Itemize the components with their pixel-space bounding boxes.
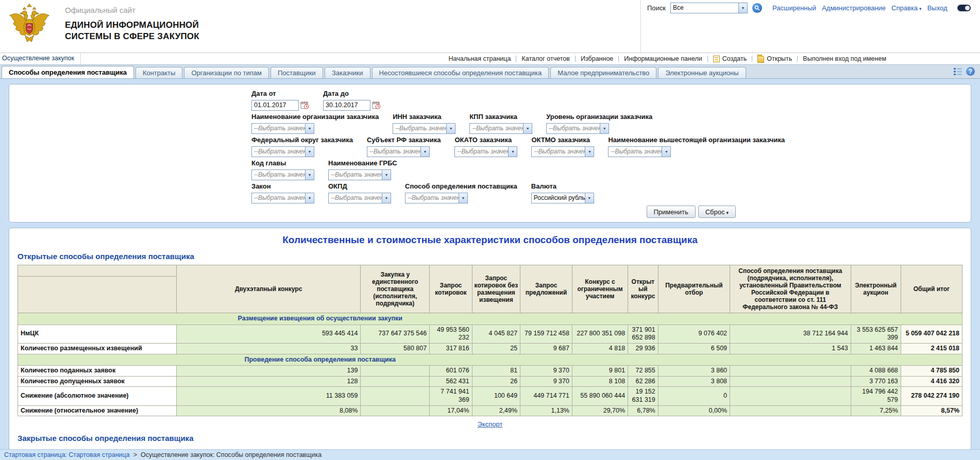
filter-select[interactable]: --Выбрать значение--▼	[469, 123, 532, 134]
filter-select[interactable]: --Выбрать значение--▼	[367, 146, 430, 157]
header-right: Поиск Все ▼ РасширенныйАдминистрирование…	[640, 0, 980, 53]
nav-item-3[interactable]: Избранное	[576, 55, 618, 62]
open-methods-table: Двухэтапный конкурсЗакупка у единственно…	[18, 265, 962, 416]
tab-6[interactable]: Несостоявшиеся способы определения поста…	[372, 67, 549, 78]
header-link-2[interactable]: Администрирование	[822, 4, 886, 12]
filter-select[interactable]: --Выбрать значение--▼	[454, 146, 517, 157]
table-cell: 6,78%	[628, 405, 658, 416]
chevron-down-icon: ▼	[585, 193, 594, 203]
table-cell: 26	[472, 376, 520, 387]
apply-button[interactable]: Применить	[647, 206, 696, 218]
filter-select[interactable]: --Выбрать значение--▼	[251, 193, 314, 203]
table-cell: 4 088 668	[851, 366, 901, 377]
filter-select[interactable]: --Выбрать значение--▼	[546, 123, 609, 134]
chevron-down-icon: ▼	[523, 124, 532, 133]
table-cell: 25	[472, 343, 520, 354]
filter-select[interactable]: --Выбрать значение--▼	[608, 146, 671, 157]
reset-button[interactable]: Сброс▾	[698, 206, 736, 218]
table-cell: 0	[658, 387, 730, 405]
table-cell: 19 152 631 319	[628, 387, 658, 405]
filter-select[interactable]: --Выбрать значение--▼	[393, 123, 455, 134]
table-cell: 3 553 625 657 399	[851, 325, 901, 343]
module-tab-procurement[interactable]: Осуществление закупок	[0, 53, 81, 64]
filter-label: ОКАТО заказчика	[454, 136, 517, 144]
filter-group: Наименование организации заказчика--Выбр…	[251, 113, 379, 134]
table-cell: 9 687	[520, 343, 572, 354]
report-title: Количественные и стоимостные характерист…	[18, 234, 962, 246]
header-link-3[interactable]: Справка▾	[891, 4, 922, 12]
filter-row: Закон--Выбрать значение--▼ОКПД--Выбрать …	[251, 182, 736, 203]
table-cell: 7,25%	[851, 405, 901, 416]
filter-select[interactable]: --Выбрать значение--▼	[251, 123, 314, 134]
breadcrumb-separator: >	[133, 451, 137, 458]
table-cell: 4 045 827	[472, 325, 520, 343]
filter-label: Наименование организации заказчика	[251, 113, 379, 121]
date-to-input[interactable]: 30.10.2017	[323, 100, 370, 111]
filter-group: ОКТМО заказчика--Выбрать значение--▼	[531, 136, 594, 157]
tab-8[interactable]: Электронные аукционы	[658, 67, 746, 78]
export-link[interactable]: Экспорт	[478, 420, 503, 428]
nav-item-2[interactable]: Каталог отчетов	[516, 55, 575, 62]
filter-group: Способ определения поставщика--Выбрать з…	[405, 182, 517, 203]
tab-2[interactable]: Контракты	[136, 67, 183, 78]
panel-settings-icon[interactable]	[954, 68, 962, 75]
table-cell: 2 415 018	[901, 343, 962, 354]
breadcrumb-link[interactable]: Стартовая страница: Стартовая страница	[4, 451, 130, 458]
filter-select[interactable]: --Выбрать значение--▼	[328, 193, 391, 203]
main-navbar: Осуществление закупок Начальная страница…	[0, 53, 980, 65]
nav-item-1[interactable]: Начальная страница	[443, 55, 516, 62]
filter-label: Способ определения поставщика	[405, 182, 517, 190]
nav-item-4[interactable]: Информационные панели	[619, 55, 707, 62]
table-cell	[730, 405, 851, 416]
table-cell: 38 712 164 944	[730, 325, 851, 343]
filter-row: Дата от01.01.2017Дата до30.10.2017	[251, 90, 736, 111]
filter-select[interactable]: --Выбрать значение--▼	[328, 169, 391, 180]
filter-select[interactable]: --Выбрать значение--▼	[531, 146, 594, 157]
column-header: Запрос предложений	[520, 265, 572, 313]
table-cell: 580 807	[361, 343, 430, 354]
header-link-4[interactable]: Выход	[927, 4, 948, 12]
row-label: Снижение (относительное значение)	[18, 405, 177, 416]
table-row: Размещение извещения об осуществлении за…	[18, 313, 962, 325]
table-cell: 4 785 850	[901, 366, 962, 377]
open-folder-icon	[757, 56, 764, 63]
table-cell: 3 770 163	[851, 376, 901, 387]
calendar-icon[interactable]	[372, 101, 381, 110]
table-row: Количество допущенных заявок128562 43126…	[18, 376, 962, 387]
chevron-down-icon: ▼	[459, 193, 467, 203]
chevron-down-icon: ▼	[382, 170, 391, 180]
filter-select[interactable]: Российский рубль▼	[531, 193, 594, 203]
tab-3[interactable]: Организации по типам	[184, 67, 269, 78]
column-header: Открытый конкурс	[628, 265, 658, 313]
table-row: Количество размещенных извещений33580 80…	[18, 343, 962, 354]
table-cell: 9 370	[520, 366, 572, 377]
search-button[interactable]	[752, 3, 762, 13]
tab-7[interactable]: Малое предпринимательство	[550, 67, 656, 78]
filter-label: Дата до	[323, 90, 381, 97]
tab-4[interactable]: Поставщики	[271, 67, 323, 78]
date-from-input[interactable]: 01.01.2017	[251, 100, 299, 111]
table-cell: 9 370	[520, 376, 572, 387]
help-icon[interactable]: ?	[966, 67, 975, 76]
tab-5[interactable]: Заказчики	[325, 67, 370, 78]
filter-label: КПП заказчика	[469, 113, 532, 121]
filter-rows: Дата от01.01.2017Дата до30.10.2017Наимен…	[251, 90, 736, 203]
tab-1[interactable]: Способы определения поставщика	[2, 66, 134, 78]
filter-row: Федеральный округ заказчика--Выбрать зна…	[251, 136, 736, 157]
chevron-down-icon: ▾	[919, 6, 922, 11]
filter-group: КПП заказчика--Выбрать значение--▼	[469, 113, 532, 134]
chevron-down-icon: ▼	[382, 193, 391, 203]
nav-item-5[interactable]: Создать	[708, 55, 752, 62]
site-header: Официальный сайт ЕДИНОЙ ИНФОРМАЦИОННОЙ С…	[0, 0, 980, 53]
top-corner-toggle-icon[interactable]	[957, 5, 971, 11]
table-cell: 227 800 351 098	[572, 325, 628, 343]
filter-select[interactable]: --Выбрать значение--▼	[251, 146, 314, 157]
chevron-down-icon: ▼	[738, 3, 747, 13]
filter-select[interactable]: --Выбрать значение--▼	[405, 193, 468, 203]
search-scope-select[interactable]: Все ▼	[670, 3, 748, 13]
nav-item-6[interactable]: Открыть	[752, 55, 797, 63]
chevron-down-icon: ▼	[305, 147, 314, 157]
filter-select[interactable]: --Выбрать значение--▼	[251, 169, 314, 180]
calendar-icon[interactable]	[300, 101, 309, 110]
header-link-1[interactable]: Расширенный	[772, 4, 816, 12]
